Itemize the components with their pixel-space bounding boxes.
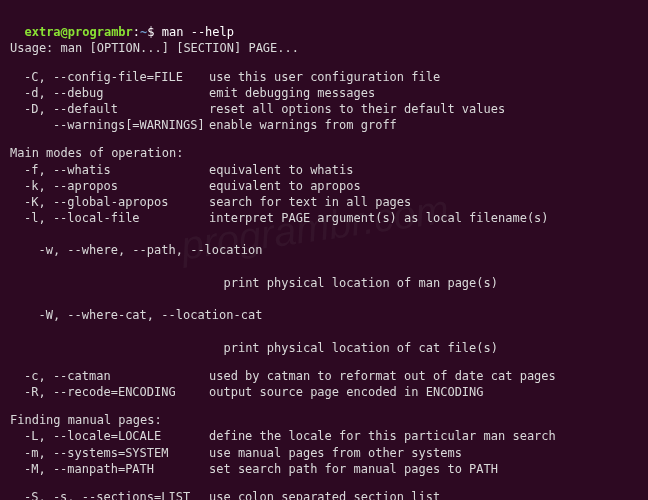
option-flags: -l, --local-file — [10, 210, 209, 226]
option-desc: reset all options to their default value… — [209, 101, 505, 117]
blank — [10, 477, 638, 489]
option-row: -R, --recode=ENCODINGoutput source page … — [10, 384, 638, 400]
option-flags: -C, --config-file=FILE — [10, 69, 209, 85]
option-desc: set search path for manual pages to PATH — [209, 461, 498, 477]
command-text: man --help — [162, 25, 234, 39]
option-row: --warnings[=WARNINGS]enable warnings fro… — [10, 117, 638, 133]
option-desc: used by catman to reformat out of date c… — [209, 368, 556, 384]
option-row: -l, --local-fileinterpret PAGE argument(… — [10, 210, 638, 226]
blank — [10, 133, 638, 145]
option-row: -w, --where, --path, --location — [10, 226, 638, 258]
option-row: -M, --manpath=PATHset search path for ma… — [10, 461, 638, 477]
option-flags: -S, -s, --sections=LIST — [10, 489, 209, 500]
option-flags: -D, --default — [10, 101, 209, 117]
blank — [10, 57, 638, 69]
option-desc: equivalent to whatis — [209, 162, 354, 178]
option-flags: -k, --apropos — [10, 178, 209, 194]
option-flags: --warnings[=WARNINGS] — [10, 117, 209, 133]
option-desc: print physical location of man page(s) — [223, 275, 498, 291]
option-desc: equivalent to apropos — [209, 178, 361, 194]
option-flags: -d, --debug — [10, 85, 209, 101]
option-flags: -W, --where-cat, --location-cat — [24, 307, 223, 323]
option-row: -S, -s, --sections=LISTuse colon separat… — [10, 489, 638, 500]
option-flags: -K, --global-apropos — [10, 194, 209, 210]
prompt-colon: : — [133, 25, 140, 39]
option-flags: -f, --whatis — [10, 162, 209, 178]
option-flags: -L, --locale=LOCALE — [10, 428, 209, 444]
option-row: -c, --catmanused by catman to reformat o… — [10, 368, 638, 384]
option-row: -D, --defaultreset all options to their … — [10, 101, 638, 117]
section-finding: Finding manual pages: — [10, 412, 638, 428]
option-flags: -w, --where, --path, --location — [24, 242, 223, 258]
option-flags: -R, --recode=ENCODING — [10, 384, 209, 400]
option-flags-empty — [24, 340, 223, 356]
option-flags: -m, --systems=SYSTEM — [10, 445, 209, 461]
option-flags: -M, --manpath=PATH — [10, 461, 209, 477]
option-row: -m, --systems=SYSTEMuse manual pages fro… — [10, 445, 638, 461]
option-row: print physical location of man page(s) — [10, 259, 638, 291]
option-desc: use this user configuration file — [209, 69, 440, 85]
option-desc: enable warnings from groff — [209, 117, 397, 133]
option-desc: use colon separated section list — [209, 489, 440, 500]
option-row: -C, --config-file=FILEuse this user conf… — [10, 69, 638, 85]
section-modes: Main modes of operation: — [10, 145, 638, 161]
prompt-dollar: $ — [147, 25, 154, 39]
option-desc: use manual pages from other systems — [209, 445, 462, 461]
option-row: -f, --whatisequivalent to whatis — [10, 162, 638, 178]
option-desc: emit debugging messages — [209, 85, 375, 101]
option-row: -L, --locale=LOCALEdefine the locale for… — [10, 428, 638, 444]
prompt-line[interactable]: extra@programbr:~$ man --help — [10, 8, 638, 40]
usage-line: Usage: man [OPTION...] [SECTION] PAGE... — [10, 40, 638, 56]
option-desc: output source page encoded in ENCODING — [209, 384, 484, 400]
option-row: print physical location of cat file(s) — [10, 323, 638, 355]
option-desc: define the locale for this particular ma… — [209, 428, 556, 444]
option-flags-empty — [24, 275, 223, 291]
option-desc: print physical location of cat file(s) — [223, 340, 498, 356]
option-flags: -c, --catman — [10, 368, 209, 384]
blank — [10, 400, 638, 412]
blank — [10, 356, 638, 368]
option-row: -k, --aproposequivalent to apropos — [10, 178, 638, 194]
option-row: -W, --where-cat, --location-cat — [10, 291, 638, 323]
option-desc: interpret PAGE argument(s) as local file… — [209, 210, 549, 226]
option-row: -K, --global-apropossearch for text in a… — [10, 194, 638, 210]
option-desc: search for text in all pages — [209, 194, 411, 210]
prompt-user-host: extra@programbr — [24, 25, 132, 39]
option-row: -d, --debugemit debugging messages — [10, 85, 638, 101]
